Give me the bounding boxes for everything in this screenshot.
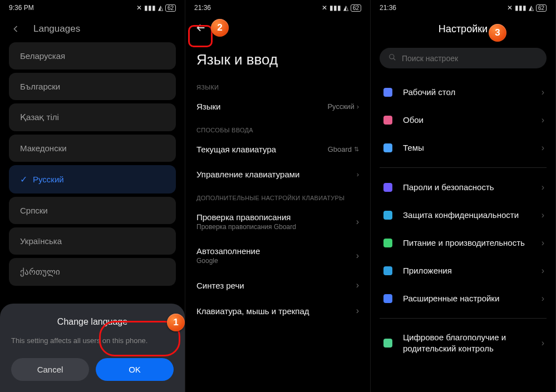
header: Настройки <box>371 16 555 42</box>
search-input[interactable]: Поиск настроек <box>380 48 547 68</box>
settings-item-label: Обои <box>403 115 533 126</box>
battery-icon: 62 <box>536 4 547 12</box>
chevron-right-icon: › <box>357 170 359 178</box>
dnd-icon: ✕ <box>507 4 513 12</box>
language-item[interactable]: Қазақ тілі <box>9 103 176 131</box>
settings-item-icon <box>382 181 394 193</box>
updown-icon: ⇅ <box>354 146 359 153</box>
status-bar: 9:36 PM ✕ ▮▮▮ ◭ 62 <box>0 0 185 16</box>
language-item[interactable]: Български <box>9 73 176 100</box>
menu-group-top: Рабочий стол›Обои›Темы› <box>371 78 555 162</box>
status-time: 21:36 <box>194 4 211 12</box>
dialog-change-language: Change language This setting affects all… <box>0 304 185 392</box>
page-title: Languages <box>33 23 80 34</box>
chevron-right-icon: › <box>542 338 544 348</box>
chevron-right-icon: › <box>542 87 544 97</box>
settings-item[interactable]: Темы› <box>371 134 555 162</box>
language-label: Русский <box>33 175 64 184</box>
settings-item-label: Темы <box>403 142 533 153</box>
chevron-right-icon: › <box>542 294 544 304</box>
signal-icon: ▮▮▮ <box>144 4 156 12</box>
language-label: Беларуская <box>20 51 65 61</box>
language-item[interactable]: Македонски <box>9 135 176 162</box>
settings-item-label: Пароли и безопасность <box>403 182 533 193</box>
search-icon <box>388 53 396 63</box>
language-item[interactable]: Українська <box>9 227 176 255</box>
chevron-right-icon: › <box>542 182 544 192</box>
settings-item-label: Рабочий стол <box>403 87 533 98</box>
setting-label: Автозаполнение <box>196 246 260 256</box>
language-label: ქართული <box>20 267 60 277</box>
setting-value: Русский› <box>327 102 359 111</box>
settings-item-icon <box>382 292 394 305</box>
annotation-badge-3: 3 <box>489 24 506 42</box>
row-mouse[interactable]: Клавиатура, мышь и трекпад › <box>185 298 370 324</box>
menu-group-bottom: Пароли и безопасность›Защита конфиденциа… <box>371 173 555 312</box>
dnd-icon: ✕ <box>136 4 142 12</box>
setting-value: Gboard⇅ <box>328 145 359 153</box>
settings-item-label: Питание и производительность <box>403 237 533 249</box>
settings-item-icon <box>382 209 394 221</box>
settings-item[interactable]: Питание и производительность› <box>371 229 555 257</box>
ok-button[interactable]: OK <box>96 358 174 381</box>
panel-languages: 9:36 PM ✕ ▮▮▮ ◭ 62 Languages БеларускаяБ… <box>0 0 185 392</box>
language-item[interactable]: Беларуская <box>9 42 176 70</box>
section-label: ЯЗЫКИ <box>185 76 370 94</box>
setting-sub: Проверка правописания Gboard <box>196 223 296 231</box>
language-item[interactable]: ✓Русский <box>9 165 176 193</box>
status-indicators: ✕ ▮▮▮ ◭ 62 <box>136 4 176 12</box>
settings-item[interactable]: Расширенные настройки› <box>371 285 555 312</box>
settings-item[interactable]: Защита конфиденциальности› <box>371 201 555 229</box>
settings-item[interactable]: Цифровое благополучие и родительский кон… <box>371 324 555 361</box>
settings-item-icon <box>382 237 394 249</box>
settings-item[interactable]: Обои› <box>371 106 555 134</box>
row-languages[interactable]: Языки Русский› <box>185 94 370 119</box>
settings-item-label: Защита конфиденциальности <box>403 210 533 221</box>
language-label: Қазақ тілі <box>20 112 59 122</box>
settings-item[interactable]: Пароли и безопасность› <box>371 173 555 201</box>
chevron-right-icon: › <box>542 266 544 276</box>
setting-label: Клавиатура, мышь и трекпад <box>196 306 309 316</box>
chevron-right-icon: › <box>542 115 544 125</box>
row-manage-keyboards[interactable]: Управление клавиатурами › <box>185 162 370 187</box>
battery-icon: 62 <box>165 4 176 12</box>
status-indicators: ✕ ▮▮▮ ◭ 62 <box>507 4 547 12</box>
settings-item[interactable]: Рабочий стол› <box>371 78 555 106</box>
signal-icon: ▮▮▮ <box>515 4 527 12</box>
language-item[interactable]: Српски <box>9 197 176 224</box>
dialog-message: This setting affects all users on this p… <box>11 336 174 346</box>
check-icon: ✓ <box>20 174 27 185</box>
setting-label: Языки <box>196 102 220 111</box>
wifi-icon: ◭ <box>529 4 534 12</box>
chevron-right-icon: › <box>542 210 544 220</box>
language-label: Српски <box>20 206 48 215</box>
row-spellcheck[interactable]: Проверка правописания Проверка правописа… <box>185 205 370 239</box>
status-bar: 21:36 ✕ ▮▮▮ ◭ 62 <box>185 0 370 16</box>
search-placeholder: Поиск настроек <box>402 54 458 63</box>
language-label: Македонски <box>20 143 67 153</box>
row-tts[interactable]: Синтез речи › <box>185 272 370 298</box>
dialog-title: Change language <box>11 317 174 327</box>
settings-item[interactable]: Приложения› <box>371 257 555 285</box>
settings-item-icon <box>382 142 394 154</box>
setting-label: Текущая клавиатура <box>196 145 276 154</box>
divider <box>380 167 547 168</box>
row-current-keyboard[interactable]: Текущая клавиатура Gboard⇅ <box>185 137 370 162</box>
setting-sub: Google <box>196 257 260 265</box>
svg-point-0 <box>390 54 394 59</box>
annotation-badge-1: 1 <box>167 314 185 331</box>
divider <box>380 318 547 319</box>
status-time: 21:36 <box>380 4 396 12</box>
back-arrow-icon[interactable] <box>9 22 22 36</box>
row-autofill[interactable]: Автозаполнение Google › <box>185 239 370 272</box>
chevron-right-icon: › <box>356 251 359 261</box>
cancel-button[interactable]: Cancel <box>11 358 89 381</box>
wifi-icon: ◭ <box>343 4 348 12</box>
language-item[interactable]: ქართული <box>9 258 176 286</box>
settings-item-label: Приложения <box>403 265 533 276</box>
dnd-icon: ✕ <box>322 4 327 12</box>
back-arrow-icon[interactable] <box>194 21 208 34</box>
setting-label: Управление клавиатурами <box>196 170 300 179</box>
chevron-right-icon: › <box>542 238 544 248</box>
settings-item-label: Расширенные настройки <box>403 293 533 304</box>
